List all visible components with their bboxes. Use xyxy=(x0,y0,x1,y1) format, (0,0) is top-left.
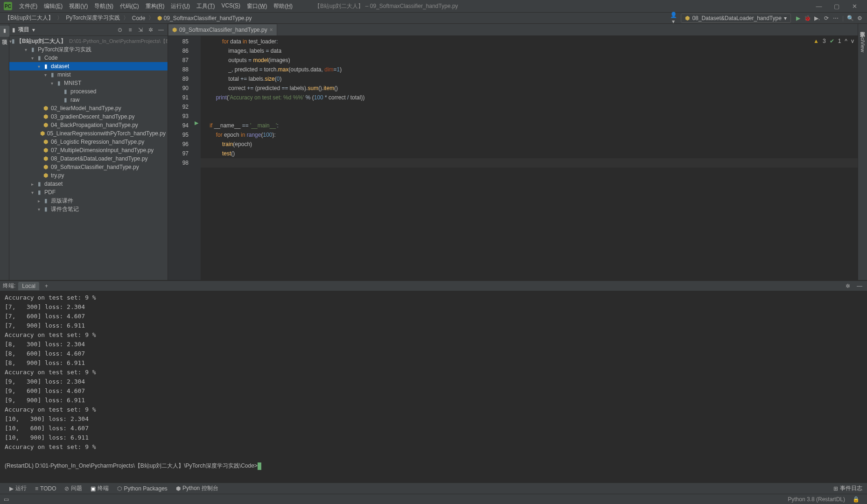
menu-item[interactable]: VCS(S) xyxy=(218,2,244,10)
lock-icon[interactable]: 🔒 xyxy=(849,496,863,503)
chevron-up-icon[interactable]: ^ xyxy=(845,38,847,44)
ok-icon: ✔ xyxy=(830,38,834,44)
navigation-bar: 【B站up刘二大人】〉 PyTorch深度学习实践〉 Code〉 ⬢ 09_So… xyxy=(0,13,867,24)
debug-icon[interactable]: 🐞 xyxy=(803,15,812,21)
tree-row[interactable]: ⬢09_SoftmaxClassifier_handType.py xyxy=(9,163,168,171)
close-icon[interactable]: ✕ xyxy=(846,3,863,10)
tree-row[interactable]: ▸▮原版课件 xyxy=(9,196,168,205)
menu-item[interactable]: 导航(N) xyxy=(91,2,117,10)
breadcrumb[interactable]: 【B站up刘二大人】 xyxy=(3,14,56,22)
tree-row[interactable]: ▮processed xyxy=(9,87,168,96)
tree-row[interactable]: ▮raw xyxy=(9,96,168,104)
tree-row[interactable]: ⬢07_MultipleDimensionInput_handType.py xyxy=(9,146,168,154)
breadcrumb[interactable]: Code xyxy=(130,15,147,21)
menu-item[interactable]: 文件(F) xyxy=(16,2,41,10)
terminal-title: 终端: xyxy=(3,282,15,290)
tree-row[interactable]: ▾▮dataset xyxy=(9,62,168,70)
editor-area: ⬢ 09_SoftmaxClassifier_handType.py × 858… xyxy=(168,24,858,280)
menubar: PC 文件(F)编辑(E)视图(V)导航(N)代码(C)重构(R)运行(U)工具… xyxy=(0,0,867,13)
python-packages-tool-button[interactable]: ⬡ Python Packages xyxy=(115,485,169,492)
code-editor[interactable]: 8586878889909192939495969798 ▶ for data … xyxy=(168,36,858,280)
run-config-selector[interactable]: ⬢ 08_Dataset&DataLoader_handType ▾ xyxy=(681,14,790,23)
tree-row[interactable]: ⬢try.py xyxy=(9,171,168,180)
tree-row[interactable]: ▾▮PyTorch深度学习实践 xyxy=(9,45,168,54)
tree-root[interactable]: ▾ ▮ 【B站up刘二大人】 D:\01-Python_In_One\Pycha… xyxy=(9,37,168,45)
terminal-settings-icon[interactable]: ✲ xyxy=(844,283,852,289)
tree-row[interactable]: ⬢06_Logistic Regression_handType.py xyxy=(9,138,168,146)
maximize-icon[interactable]: ▢ xyxy=(828,3,846,10)
event-log-button[interactable]: ⊞ 事件日志 xyxy=(832,484,864,492)
menu-item[interactable]: 视图(V) xyxy=(66,2,91,10)
terminal-panel: 终端: Local + ✲ — Accuracy on test set: 9 … xyxy=(0,280,867,483)
tree-row[interactable]: ⬢04_BackPropagation_handType.py xyxy=(9,121,168,129)
run-tool-button[interactable]: ▶ 运行 xyxy=(7,484,28,492)
menu-item[interactable]: 运行(U) xyxy=(168,2,193,10)
project-panel-title: 项目 xyxy=(18,26,29,34)
terminal-tool-button[interactable]: ▣ 终端 xyxy=(89,484,111,492)
add-terminal-icon[interactable]: + xyxy=(42,283,51,289)
window-title: 【B站up刘二大人】 – 09_SoftmaxClassifier_handTy… xyxy=(315,2,458,10)
python-icon: ⬢ xyxy=(685,15,690,21)
run-icon[interactable]: ▶ xyxy=(794,15,803,21)
settings-icon[interactable]: ✲ xyxy=(147,27,154,33)
chevron-down-icon[interactable]: v xyxy=(851,38,854,44)
python-icon: ⬢ xyxy=(172,27,177,33)
editor-tabbar: ⬢ 09_SoftmaxClassifier_handType.py × xyxy=(168,24,858,36)
expand-all-icon[interactable]: ≡ xyxy=(126,27,134,33)
python-console-tool-button[interactable]: ⬢ Python 控制台 xyxy=(174,484,220,492)
editor-tab-label: 09_SoftmaxClassifier_handType.py xyxy=(179,27,267,33)
right-tool-sidebar: 数据库 SciView xyxy=(858,24,867,280)
menu-item[interactable]: 重构(R) xyxy=(142,2,168,10)
menu-item[interactable]: 窗口(W) xyxy=(244,2,270,10)
breadcrumb[interactable]: PyTorch深度学习实践 xyxy=(64,14,121,22)
coverage-icon[interactable]: ▶. xyxy=(812,15,822,21)
collapse-all-icon[interactable]: ⇲ xyxy=(137,27,144,33)
tree-row[interactable]: ⬢08_Dataset&DataLoader_handType.py xyxy=(9,154,168,163)
minimize-icon[interactable]: — xyxy=(810,3,828,10)
terminal-output[interactable]: Accuracy on test set: 9 % [7, 300] loss:… xyxy=(0,291,867,483)
profile-icon[interactable]: ⟳ xyxy=(822,15,831,21)
run-config-label: 08_Dataset&DataLoader_handType xyxy=(692,15,781,21)
tree-row[interactable]: ⬢05_LinearRegressionwithPyTorch_handType… xyxy=(9,129,168,138)
user-icon[interactable]: 👤▾ xyxy=(669,12,678,25)
status-icon[interactable]: ▭ xyxy=(4,496,9,503)
editor-inspection-status[interactable]: ▲3 ✔1 ^ v xyxy=(813,38,854,44)
project-tree[interactable]: ▾ ▮ 【B站up刘二大人】 D:\01-Python_In_One\Pycha… xyxy=(9,36,168,280)
search-everywhere-icon[interactable]: 🔍 xyxy=(846,15,855,21)
hide-icon[interactable]: — xyxy=(157,27,165,33)
settings-icon[interactable]: ⚙ xyxy=(855,15,864,21)
hide-terminal-icon[interactable]: — xyxy=(855,283,864,289)
folder-icon: ▮ xyxy=(12,27,15,33)
database-tool-tab[interactable]: 数据库 xyxy=(858,26,867,29)
menu-item[interactable]: 编辑(E) xyxy=(41,2,66,10)
menu-item[interactable]: 工具(T) xyxy=(193,2,218,10)
app-logo-icon: PC xyxy=(4,2,12,10)
editor-tab[interactable]: ⬢ 09_SoftmaxClassifier_handType.py × xyxy=(168,24,277,35)
project-panel: ▮ 项目 ▾ ⊙ ≡ ⇲ ✲ — ▾ ▮ 【B站up刘二大人】 D:\01-Py… xyxy=(9,24,168,280)
bottom-toolbar: ▶ 运行 ≡ TODO ⊘ 问题 ▣ 终端 ⬡ Python Packages … xyxy=(0,483,867,494)
tree-row[interactable]: ▾▮Code xyxy=(9,54,168,62)
select-opened-icon[interactable]: ⊙ xyxy=(116,27,124,33)
tree-row[interactable]: ▾▮课件含笔记 xyxy=(9,205,168,213)
tree-row[interactable]: ▾▮mnist xyxy=(9,70,168,79)
menu-item[interactable]: 代码(C) xyxy=(117,2,142,10)
tree-row[interactable]: ▸▮dataset xyxy=(9,180,168,188)
more-run-icon[interactable]: ⋯ xyxy=(831,15,840,21)
tree-row[interactable]: ▾▮MNIST xyxy=(9,79,168,87)
problems-tool-button[interactable]: ⊘ 问题 xyxy=(63,484,84,492)
tree-row[interactable]: ▾▮PDF xyxy=(9,188,168,196)
breadcrumb-file[interactable]: ⬢ 09_SoftmaxClassifier_handType.py xyxy=(155,15,253,21)
project-tool-tab[interactable]: ▮ 项目 xyxy=(0,26,9,37)
tree-row[interactable]: ⬢02_liearModel_handType.py xyxy=(9,104,168,112)
terminal-tab-local[interactable]: Local xyxy=(18,282,39,290)
tree-row[interactable]: ⬢03_gradienDescent_handType.py xyxy=(9,112,168,121)
chevron-down-icon: ▾ xyxy=(784,15,787,21)
close-tab-icon[interactable]: × xyxy=(270,27,273,33)
interpreter-status[interactable]: Python 3.8 (RestartDL) xyxy=(784,496,849,503)
chevron-down-icon[interactable]: ▾ xyxy=(32,27,35,33)
sciview-tool-tab[interactable]: SciView xyxy=(859,32,867,54)
warnings-icon: ▲ xyxy=(813,38,819,44)
status-bar: ▭ Python 3.8 (RestartDL) 🔒 xyxy=(0,494,867,504)
todo-tool-button[interactable]: ≡ TODO xyxy=(33,485,58,492)
menu-item[interactable]: 帮助(H) xyxy=(270,2,296,10)
